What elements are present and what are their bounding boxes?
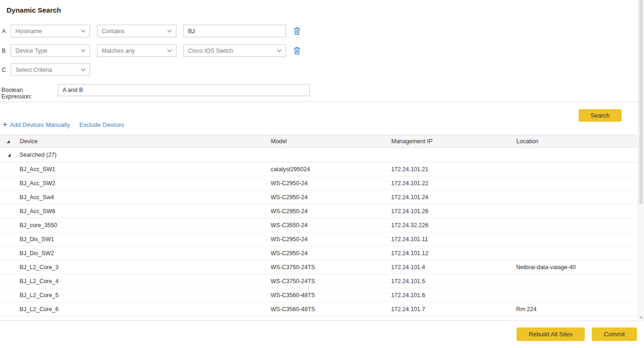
table-row[interactable]: BJ_L2_Core_6WS-C3560-48TS172.24.101.7Rm … — [0, 302, 637, 316]
cell-model: WS-C3550-24 — [270, 218, 390, 232]
field-select-b[interactable]: Device Type — [11, 44, 90, 57]
table-row[interactable]: BJ_Acc_SW6WS-C2950-24172.24.101.26 — [0, 204, 637, 218]
vertical-scrollbar[interactable]: ▾ — [637, 0, 644, 321]
scrollbar-thumb[interactable] — [639, 0, 643, 204]
value-input-a[interactable] — [183, 25, 286, 37]
exclude-devices-link[interactable]: Exclude Devices — [79, 121, 124, 128]
table-row[interactable]: BJ_L2_Core_5WS-C3560-48TS172.24.101.6 — [0, 288, 637, 302]
operator-select-a-value: Contains — [102, 28, 125, 35]
scroll-down-arrow-icon[interactable]: ▾ — [638, 315, 644, 320]
commit-button[interactable]: Commit — [592, 327, 637, 341]
chevron-down-icon — [81, 67, 86, 71]
column-header-location[interactable]: Location — [515, 135, 637, 148]
add-devices-manually-label: Add Devices Manually — [10, 121, 70, 128]
chevron-down-icon — [81, 48, 86, 52]
row-indent — [0, 274, 19, 288]
cell-management-ip: 172.24.101.5 — [390, 274, 515, 288]
cell-device: BJ_L2_Core_5 — [19, 288, 270, 302]
cell-location — [515, 190, 637, 204]
delete-criteria-a-button[interactable] — [293, 27, 301, 35]
column-header-model[interactable]: Model — [270, 135, 390, 148]
table-row[interactable]: BJ_Acc_SW2WS-C2950-24172.24.101.22 — [0, 176, 637, 190]
field-select-c-value: Select Criteria — [15, 67, 52, 73]
cell-location — [515, 232, 637, 246]
field-select-a[interactable]: Hostname — [11, 25, 90, 37]
cell-device: BJ_Acc_SW2 — [19, 176, 270, 190]
cell-model: WS-C3560-48TS — [270, 302, 390, 316]
cell-model: WS-C2950-24 — [270, 176, 390, 190]
table-bottom-divider — [0, 320, 637, 321]
cell-management-ip: 172.24.101.22 — [390, 176, 515, 190]
row-indent — [0, 162, 19, 176]
device-table-body: Searched (27) BJ_Acc_SW1catalyst29502417… — [0, 148, 637, 316]
cell-device: BJ_Acc_Sw4 — [19, 190, 270, 204]
column-header-management-ip[interactable]: Management IP — [390, 135, 515, 148]
criteria-label-a: A — [2, 28, 9, 35]
cell-management-ip: 172.24.101.7 — [390, 302, 515, 316]
operator-select-b[interactable]: Matches any — [97, 44, 176, 57]
table-row[interactable]: BJ_core_3550WS-C3550-24172.24.32.226 — [0, 218, 637, 232]
cell-location — [515, 274, 637, 288]
search-button[interactable]: Search — [579, 109, 622, 122]
table-row[interactable]: BJ_L2_Core_4WS-C3750-24TS172.24.101.5 — [0, 274, 637, 288]
chevron-down-icon — [168, 48, 172, 52]
row-indent — [0, 176, 19, 190]
cell-location: Netbrai-data-valage-40 — [515, 260, 637, 274]
cell-model: WS-C3750-24TS — [270, 274, 390, 288]
field-select-c[interactable]: Select Criteria — [11, 63, 90, 76]
cell-model: WS-C2950-24 — [270, 204, 390, 218]
cell-management-ip: 172.24.101.12 — [390, 246, 515, 260]
cell-management-ip: 172.24.101.24 — [390, 190, 515, 204]
add-devices-manually-link[interactable]: + Add Devices Manually — [3, 121, 70, 128]
operator-select-b-value: Matches any — [102, 48, 135, 54]
group-row-searched[interactable]: Searched (27) — [0, 148, 637, 162]
value-select-b-value: Cisco IOS Switch — [188, 48, 233, 54]
cell-location — [515, 204, 637, 218]
table-row[interactable]: BJ_Dis_SW2WS-C2950-24172.24.101.12 — [0, 246, 637, 260]
row-indent — [0, 288, 19, 302]
cell-device: BJ_Acc_SW1 — [19, 162, 270, 176]
device-table: Device Model Management IP Location Sear… — [0, 135, 637, 316]
cell-model: WS-C2950-24 — [270, 190, 390, 204]
row-indent — [0, 260, 19, 274]
cell-management-ip: 172.24.101.21 — [390, 162, 515, 176]
sort-toggle[interactable] — [0, 135, 19, 148]
boolean-expression-label: Boolean Expression: — [1, 87, 32, 100]
row-indent — [0, 190, 19, 204]
cell-location — [515, 162, 637, 176]
row-indent — [0, 246, 19, 260]
cell-device: BJ_L2_Core_3 — [19, 260, 270, 274]
operator-select-a[interactable]: Contains — [97, 25, 176, 37]
group-expand-toggle[interactable] — [0, 148, 19, 162]
value-select-b[interactable]: Cisco IOS Switch — [183, 44, 286, 57]
trash-icon — [294, 47, 301, 55]
cell-model: WS-C2950-24 — [270, 232, 390, 246]
chevron-down-icon — [81, 28, 86, 33]
plus-icon: + — [3, 121, 7, 128]
device-links: + Add Devices Manually Exclude Devices — [3, 121, 124, 128]
field-select-a-value: Hostname — [15, 28, 42, 35]
cell-device: BJ_core_3550 — [19, 218, 270, 232]
column-header-device[interactable]: Device — [19, 135, 270, 148]
table-row[interactable]: BJ_L2_Core_3WS-C3750-24TS172.24.101.4Net… — [0, 260, 637, 274]
cell-management-ip: 172.24.101.26 — [390, 204, 515, 218]
table-row[interactable]: BJ_Acc_SW1catalyst295024172.24.101.21 — [0, 162, 637, 176]
row-indent — [0, 302, 19, 316]
rebuild-all-sites-button[interactable]: Rebuild All Sites — [517, 327, 585, 341]
cell-location — [515, 218, 637, 232]
exclude-devices-label: Exclude Devices — [79, 121, 124, 128]
criteria-label-b: B — [2, 48, 9, 54]
cell-device: BJ_Dis_SW2 — [19, 246, 270, 260]
cell-model: WS-C3750-24TS — [270, 260, 390, 274]
chevron-down-icon — [277, 48, 282, 52]
boolean-expression-input[interactable] — [58, 84, 310, 96]
cell-device: BJ_Acc_SW6 — [19, 204, 270, 218]
delete-criteria-b-button[interactable] — [293, 47, 301, 55]
table-row[interactable]: BJ_Dis_SW1WS-C2950-24172.24.101.11 — [0, 232, 637, 246]
cell-device: BJ_Dis_SW1 — [19, 232, 270, 246]
table-row[interactable]: BJ_Acc_Sw4WS-C2950-24172.24.101.24 — [0, 190, 637, 204]
criteria-label-c: C — [2, 67, 9, 73]
cell-management-ip: 172.24.101.6 — [390, 288, 515, 302]
expand-triangle-icon — [7, 153, 11, 157]
cell-location — [515, 288, 637, 302]
